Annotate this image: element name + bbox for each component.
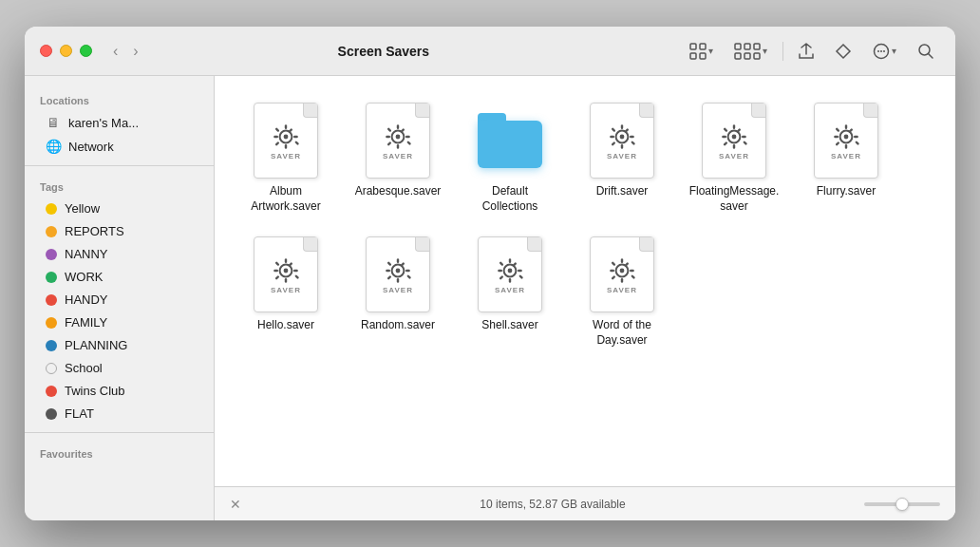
statusbar: ✕ 10 items, 52.87 GB available xyxy=(215,486,955,520)
svg-rect-60 xyxy=(854,135,858,137)
sidebar-item-label-karens-mac: karen's Ma... xyxy=(68,116,139,130)
toolbar-right: ▾ ▾ xyxy=(684,39,940,64)
svg-rect-59 xyxy=(845,144,847,149)
saver-icon-random: SAVER xyxy=(366,236,430,312)
saver-icon-floating-message: SAVER xyxy=(702,103,766,179)
sidebar-item-work[interactable]: WORK xyxy=(30,266,208,288)
sidebar: Locations 🖥 karen's Ma... 🌐 Network Tags… xyxy=(25,76,215,520)
svg-rect-2 xyxy=(690,53,696,59)
locations-label: Locations xyxy=(25,87,214,110)
svg-rect-39 xyxy=(621,144,623,149)
handy-dot xyxy=(46,294,57,306)
file-name-default-collections: DefaultCollections xyxy=(482,184,538,214)
search-button[interactable] xyxy=(912,39,940,64)
svg-point-57 xyxy=(844,134,849,139)
file-item-arabesque[interactable]: SAVER Arabesque.saver xyxy=(346,95,450,221)
svg-rect-54 xyxy=(743,141,747,145)
svg-rect-99 xyxy=(621,278,623,283)
file-name-word-of-day: Word of theDay.saver xyxy=(593,318,651,348)
file-item-random[interactable]: SAVER Random.saver xyxy=(346,229,450,355)
svg-rect-29 xyxy=(397,144,399,149)
svg-rect-95 xyxy=(499,261,503,266)
minimize-button[interactable] xyxy=(60,45,72,57)
svg-rect-83 xyxy=(386,274,391,279)
svg-point-97 xyxy=(620,268,625,273)
view-toggle-button[interactable]: ▾ xyxy=(684,39,719,64)
sidebar-item-label-flat: FLAT xyxy=(65,406,94,421)
statusbar-close-button[interactable]: ✕ xyxy=(230,497,241,512)
sidebar-item-planning[interactable]: PLANNING xyxy=(30,334,208,356)
file-name-hello: Hello.saver xyxy=(257,318,314,333)
svg-rect-65 xyxy=(835,127,839,132)
more-button[interactable]: ▾ xyxy=(867,39,902,64)
sidebar-item-label-planning: PLANNING xyxy=(65,338,127,352)
chevron-down-icon3: ▾ xyxy=(892,46,896,56)
svg-rect-35 xyxy=(386,127,391,132)
zoom-slider[interactable] xyxy=(864,502,940,506)
list-icon xyxy=(734,43,761,60)
file-item-hello[interactable]: SAVER Hello.saver xyxy=(234,229,338,355)
svg-point-87 xyxy=(508,268,513,273)
sidebar-item-twins-club[interactable]: Twins Club xyxy=(30,380,208,402)
twins-club-dot xyxy=(46,386,57,397)
work-dot xyxy=(46,272,57,283)
sidebar-item-flat[interactable]: FLAT xyxy=(30,403,208,424)
svg-rect-68 xyxy=(285,258,287,263)
sidebar-item-handy[interactable]: HANDY xyxy=(30,289,208,311)
sidebar-item-family[interactable]: FAMILY xyxy=(30,311,208,333)
share-button[interactable] xyxy=(793,39,820,64)
sidebar-item-network[interactable]: 🌐 Network xyxy=(30,135,208,158)
sidebar-item-label-nanny: NANNY xyxy=(65,247,108,261)
sidebar-item-label-twins-club: Twins Club xyxy=(65,384,125,398)
computer-icon: 🖥 xyxy=(46,115,61,130)
tag-button[interactable] xyxy=(829,39,858,64)
file-item-floating-message[interactable]: SAVER FloatingMessage.saver xyxy=(682,95,786,221)
svg-line-15 xyxy=(929,53,933,58)
svg-rect-5 xyxy=(744,44,750,49)
favourites-label: Favourites xyxy=(25,441,214,463)
search-icon xyxy=(917,43,934,60)
file-item-word-of-day[interactable]: SAVER Word of theDay.saver xyxy=(570,229,674,355)
file-item-drift[interactable]: SAVER Drift.saver xyxy=(570,95,674,221)
gear-svg-7 xyxy=(383,255,413,286)
sidebar-item-label-yellow: Yellow xyxy=(65,201,100,216)
svg-rect-4 xyxy=(735,44,741,49)
sidebar-item-nanny[interactable]: NANNY xyxy=(30,243,208,265)
window-title: Screen Savers xyxy=(84,44,684,59)
svg-rect-80 xyxy=(405,269,410,271)
nanny-dot xyxy=(46,249,57,260)
sidebar-item-reports[interactable]: REPORTS xyxy=(30,220,208,242)
sidebar-item-label-school: School xyxy=(65,361,103,375)
svg-rect-79 xyxy=(397,278,399,283)
svg-rect-40 xyxy=(630,135,634,137)
svg-rect-38 xyxy=(621,124,623,129)
file-item-album-artwork[interactable]: SAVER AlbumArtwork.saver xyxy=(234,95,338,221)
slider-thumb[interactable] xyxy=(895,498,909,511)
sidebar-item-school[interactable]: School xyxy=(30,357,208,379)
file-item-shell[interactable]: SAVER Shell.saver xyxy=(458,229,562,355)
svg-rect-103 xyxy=(611,274,615,279)
sidebar-item-karens-mac[interactable]: 🖥 karen's Ma... xyxy=(30,111,208,134)
svg-rect-21 xyxy=(273,135,278,137)
svg-rect-64 xyxy=(855,141,859,145)
window-body: Locations 🖥 karen's Ma... 🌐 Network Tags… xyxy=(25,76,955,520)
svg-rect-70 xyxy=(293,269,298,271)
svg-rect-91 xyxy=(498,269,502,271)
chevron-down-icon: ▾ xyxy=(708,46,713,56)
sidebar-item-yellow[interactable]: Yellow xyxy=(30,198,208,219)
svg-rect-51 xyxy=(722,135,726,137)
svg-point-67 xyxy=(284,268,289,273)
svg-rect-18 xyxy=(285,124,287,129)
folder-icon-default-collections xyxy=(478,103,542,179)
reports-dot xyxy=(46,226,57,237)
file-name-random: Random.saver xyxy=(361,318,435,333)
view-list-button[interactable]: ▾ xyxy=(728,39,773,64)
sidebar-item-label-network: Network xyxy=(68,140,114,154)
svg-point-37 xyxy=(620,134,625,139)
close-button[interactable] xyxy=(40,45,52,57)
gear-svg xyxy=(271,122,301,152)
file-item-default-collections[interactable]: DefaultCollections xyxy=(458,95,562,221)
sidebar-divider-2 xyxy=(25,432,214,433)
file-item-flurry[interactable]: SAVER Flurry.saver xyxy=(794,95,898,221)
chevron-down-icon2: ▾ xyxy=(763,46,767,56)
